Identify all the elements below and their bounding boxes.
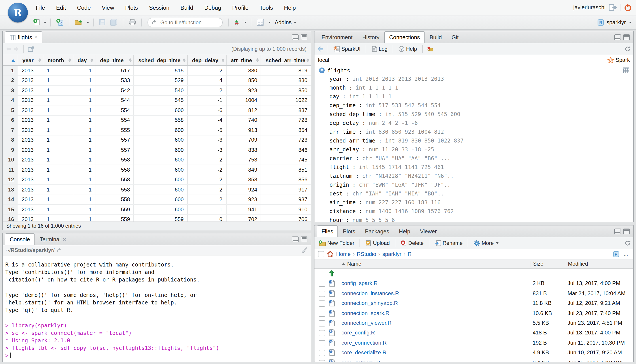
header-dep-delay[interactable]: dep_delay [188, 55, 227, 65]
save-all-button[interactable] [109, 18, 119, 26]
version-control-button[interactable]: G [233, 18, 242, 27]
breadcrumb-sparklyr[interactable]: sparklyr [383, 251, 408, 257]
clear-console-icon[interactable] [301, 247, 307, 253]
breadcrumb-r[interactable]: R [408, 251, 412, 257]
file-row[interactable]: R connection_instances.R 831 B Mar 24, 2… [314, 288, 633, 298]
delete-button[interactable]: Delete [400, 239, 425, 247]
file-row[interactable]: R connection_viewer.R 5.5 KB Jun 23, 201… [314, 318, 633, 328]
maximize-pane-icon[interactable] [301, 34, 307, 40]
tab-plots[interactable]: Plots [338, 226, 360, 237]
quit-session-icon[interactable] [624, 4, 631, 11]
file-link[interactable]: connection_shinyapp.R [342, 300, 398, 306]
file-row[interactable]: R core_deserialize.R 4.9 KB Jun 10, 2017… [314, 348, 633, 358]
collapse-icon[interactable] [319, 68, 325, 73]
header-sched-dep-time[interactable]: sched_dep_time [134, 55, 187, 65]
goto-file-input[interactable] [159, 19, 210, 26]
more-button[interactable]: More [472, 239, 500, 247]
file-checkbox[interactable] [319, 320, 325, 326]
file-row[interactable]: R config_spark.R 2 KB Jul 13, 2017, 4:00… [314, 279, 633, 288]
back-icon[interactable] [317, 46, 324, 52]
file-link[interactable]: core_connection.R [342, 340, 387, 346]
new-file-caret[interactable] [44, 22, 46, 23]
column-size[interactable]: Size [530, 261, 543, 267]
addins-button[interactable]: Addins [272, 18, 298, 26]
file-checkbox[interactable] [319, 360, 325, 362]
open-file-button[interactable] [73, 18, 84, 26]
breadcrumb-home[interactable]: Home [336, 251, 357, 257]
file-checkbox[interactable] [319, 291, 325, 297]
header-year[interactable]: year [18, 55, 43, 65]
tab-git[interactable]: Git [447, 31, 464, 43]
menu-build[interactable]: Build [180, 4, 193, 11]
goto-directory-icon[interactable] [57, 248, 62, 252]
help-button[interactable]: ? Help [397, 45, 418, 53]
menu-tools[interactable]: Tools [259, 4, 273, 11]
tab-flights[interactable]: flights [5, 31, 43, 43]
file-link[interactable]: connection_spark.R [342, 310, 389, 316]
file-row[interactable]: R connection_spark.R 10.6 KB Jul 23, 201… [314, 308, 633, 318]
header-sched-arr-time[interactable]: sched_arr_time [261, 55, 311, 65]
tab-environment[interactable]: Environment [317, 31, 357, 43]
menu-code[interactable]: Code [77, 4, 91, 11]
maximize-pane-icon[interactable] [301, 236, 307, 242]
new-folder-button[interactable]: New Folder [317, 239, 356, 247]
menu-session[interactable]: Session [149, 4, 170, 11]
minimize-pane-icon[interactable] [614, 34, 621, 40]
file-link[interactable]: core_deserialize.R [342, 350, 387, 356]
maximize-pane-icon[interactable] [623, 228, 630, 234]
home-icon[interactable] [327, 251, 334, 257]
file-row[interactable]: R connection_shinyapp.R 11.8 KB Jul 12, … [314, 298, 633, 308]
select-all-checkbox[interactable] [318, 251, 324, 257]
save-button[interactable] [98, 18, 107, 26]
back-icon[interactable] [5, 46, 12, 52]
menu-plots[interactable]: Plots [125, 4, 138, 11]
minimize-pane-icon[interactable] [614, 228, 621, 234]
tab-files[interactable]: Files [317, 226, 338, 237]
new-project-button[interactable]: R [55, 18, 65, 27]
parent-directory-link[interactable]: .. [342, 270, 345, 277]
column-name[interactable]: Name [342, 261, 361, 267]
breadcrumb-rstudio[interactable]: RStudio [357, 251, 383, 257]
file-checkbox[interactable] [319, 350, 325, 356]
file-row[interactable]: R core_gateway.R 3.4 KB Jun 11, 2017, 6:… [314, 358, 633, 362]
tab-build[interactable]: Build [425, 31, 447, 43]
parent-directory-row[interactable]: .. [314, 269, 633, 279]
header-dep-time[interactable]: dep_time [96, 55, 134, 65]
file-link[interactable]: connection_instances.R [342, 290, 399, 296]
file-link[interactable]: config_spark.R [342, 280, 378, 286]
file-checkbox[interactable] [319, 310, 325, 316]
tab-packages[interactable]: Packages [360, 226, 394, 237]
file-link[interactable]: core_config.R [342, 330, 375, 336]
header-rownum[interactable] [3, 55, 18, 65]
open-new-window-icon[interactable] [28, 46, 34, 52]
log-button[interactable]: Log [370, 45, 389, 53]
menu-file[interactable]: File [36, 4, 45, 11]
goto-file-search[interactable] [148, 18, 223, 27]
minimize-pane-icon[interactable] [292, 34, 298, 40]
tab-console[interactable]: Console [5, 234, 35, 245]
header-arr-time[interactable]: arr_time [226, 55, 261, 65]
console-output[interactable]: R is a collaborative project with many c… [3, 256, 311, 362]
file-checkbox[interactable] [319, 330, 325, 336]
file-checkbox[interactable] [319, 281, 325, 287]
refresh-icon[interactable] [624, 46, 631, 52]
tab-history[interactable]: History [357, 31, 384, 43]
tab-help[interactable]: Help [394, 226, 415, 237]
pane-layout-button[interactable] [255, 18, 265, 27]
new-file-button[interactable] [32, 18, 41, 27]
pane-layout-caret[interactable] [268, 22, 271, 23]
menu-view[interactable]: View [102, 4, 114, 11]
minimize-pane-icon[interactable] [292, 236, 298, 242]
menu-profile[interactable]: Profile [232, 4, 249, 11]
version-control-caret[interactable] [244, 22, 247, 23]
file-link[interactable]: core_gateway.R [342, 359, 380, 362]
column-modified[interactable]: Modified [565, 261, 588, 267]
file-row[interactable]: R core_config.R 418 B Jul 13, 2017, 4:00… [314, 328, 633, 338]
project-selector[interactable]: R sparklyr [597, 19, 631, 26]
rename-button[interactable]: Rename [433, 239, 464, 247]
disconnect-icon[interactable] [427, 46, 434, 52]
maximize-pane-icon[interactable] [623, 34, 630, 40]
sparkui-button[interactable]: SparkUI [332, 45, 362, 53]
tab-terminal[interactable]: Terminal [35, 234, 71, 245]
file-checkbox[interactable] [319, 340, 325, 346]
